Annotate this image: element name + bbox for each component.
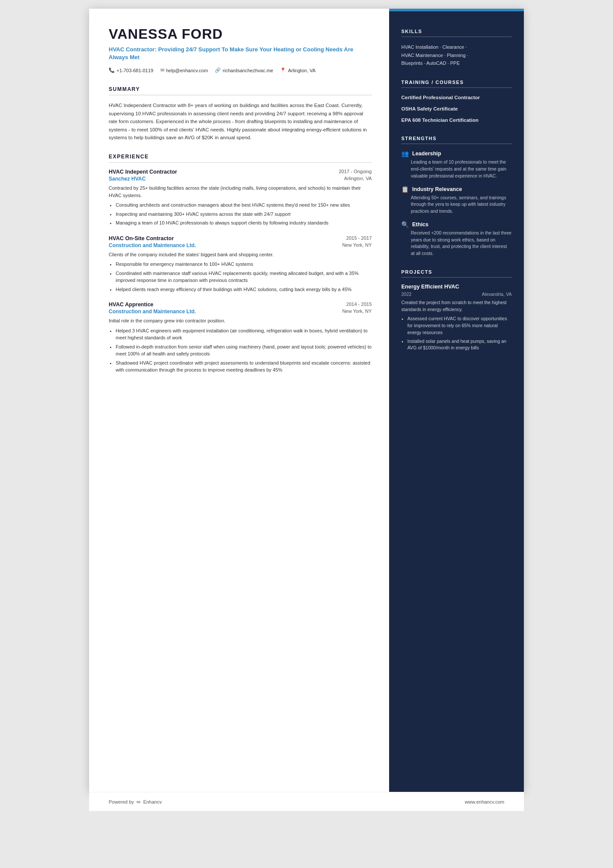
contact-info: 📞 +1-703-681-0119 ✉ help@enhancv.com 🔗 r… — [109, 67, 372, 73]
exp-header-1: HVAC Indepent Contractor 2017 - Ongoing — [109, 169, 372, 175]
strength-header-3: 🔍 Ethics — [401, 221, 512, 228]
skills-text: HVAC Installation · Clearance · HVAC Mai… — [401, 43, 512, 67]
strength-ethics: 🔍 Ethics Received +200 recommendations i… — [401, 221, 512, 257]
industry-icon: 📋 — [401, 186, 409, 193]
strength-header-2: 📋 Industry Relevance — [401, 186, 512, 193]
phone-contact: 📞 +1-703-681-0119 — [109, 67, 153, 73]
strengths-section: STRENGTHS 👥 Leadership Leading a team of… — [401, 136, 512, 257]
project-year-1: 2022 — [401, 292, 411, 297]
exp-header-2: HVAC On-Site Contractor 2015 - 2017 — [109, 235, 372, 241]
location-icon: 📍 — [280, 67, 286, 73]
enhancv-logo-icon: ∞ — [137, 798, 140, 805]
location-text: Arlington, VA — [288, 68, 315, 73]
exp-subheader-1: Sanchez HVAC Arlington, VA — [109, 176, 372, 182]
strength-desc-2: Attending 50+ courses, seminars, and tra… — [401, 194, 512, 215]
right-column: SKILLS HVAC Installation · Clearance · H… — [389, 9, 524, 792]
footer-website: www.enhancv.com — [465, 799, 504, 804]
training-item-3: EPA 608 Technician Certification — [401, 117, 512, 124]
candidate-tagline: HVAC Contractor: Providing 24/7 Support … — [109, 46, 372, 61]
strength-title-3: Ethics — [412, 221, 429, 228]
exp-header-3: HVAC Apprentice 2014 - 2015 — [109, 302, 372, 308]
website-url: richardsanchezhvac.me — [223, 68, 273, 73]
brand-name: Enhancv — [143, 799, 162, 804]
exp-location-2: New York, NY — [342, 242, 372, 248]
top-accent-bar — [389, 9, 524, 11]
projects-title: PROJECTS — [401, 269, 512, 278]
skills-title: SKILLS — [401, 29, 512, 37]
strength-leadership: 👥 Leadership Leading a team of 10 profes… — [401, 150, 512, 179]
summary-section: SUMMARY HVAC Independent Contractor with… — [109, 86, 372, 141]
bullet-item: Shadowed HVAC project coordinator with p… — [116, 359, 372, 374]
strength-desc-3: Received +200 recommendations in the las… — [401, 230, 512, 257]
exp-location-3: New York, NY — [342, 308, 372, 315]
strength-industry: 📋 Industry Relevance Attending 50+ cours… — [401, 186, 512, 215]
experience-title: EXPERIENCE — [109, 154, 372, 163]
exp-company-2: Construction and Maintenance Ltd. — [109, 242, 196, 248]
exp-desc-1: Contracted by 25+ building facilities ac… — [109, 184, 372, 199]
email-address: help@enhancv.com — [166, 68, 208, 73]
ethics-icon: 🔍 — [401, 221, 409, 228]
location-contact: 📍 Arlington, VA — [280, 67, 315, 73]
experience-entry-3: HVAC Apprentice 2014 - 2015 Construction… — [109, 302, 372, 374]
exp-desc-2: Clients of the company included the stat… — [109, 251, 372, 258]
bullet-item: Helped 3 HVAC engineers with equipment i… — [116, 327, 372, 342]
training-section: TRAINING / COURSES Certified Professiona… — [401, 80, 512, 124]
summary-title: SUMMARY — [109, 86, 372, 95]
exp-title-2: HVAC On-Site Contractor — [109, 235, 174, 241]
bullet-item: Inspecting and maintaining 300+ HVAC sys… — [116, 211, 372, 218]
experience-entry-1: HVAC Indepent Contractor 2017 - Ongoing … — [109, 169, 372, 227]
skills-section: SKILLS HVAC Installation · Clearance · H… — [401, 29, 512, 67]
skills-line-2: HVAC Maintenance · Planning · — [401, 53, 468, 58]
left-column: VANESSA FORD HVAC Contractor: Providing … — [89, 9, 389, 792]
bullet-item: Helped clients reach energy efficiency o… — [116, 286, 372, 293]
training-item-2: OSHA Safety Certificate — [401, 105, 512, 112]
training-title: TRAINING / COURSES — [401, 80, 512, 88]
powered-by-label: Powered by — [109, 799, 134, 804]
exp-title-3: HVAC Apprentice — [109, 302, 153, 308]
strength-title-1: Leadership — [412, 151, 441, 157]
skills-line-3: Blueprints · AutoCAD · PPE — [401, 60, 460, 66]
project-desc-1: Created the project from scratch to meet… — [401, 299, 512, 313]
leadership-icon: 👥 — [401, 150, 409, 157]
bullet-item: Managing a team of 10 HVAC professionals… — [116, 219, 372, 227]
bullet-item: Followed in-depth instruction from senio… — [116, 343, 372, 358]
project-bullets-1: Assessed current HVAC to discover opport… — [401, 315, 512, 352]
skills-line-1: HVAC Installation · Clearance · — [401, 44, 467, 50]
exp-location-1: Arlington, VA — [344, 176, 372, 182]
project-meta-1: 2022 Alexandria, VA — [401, 292, 512, 297]
strength-header-1: 👥 Leadership — [401, 150, 512, 157]
email-contact: ✉ help@enhancv.com — [160, 67, 208, 73]
project-title-1: Energy Efficient HVAC — [401, 284, 512, 290]
website-contact: 🔗 richardsanchezhvac.me — [215, 67, 273, 73]
strength-title-2: Industry Relevance — [412, 186, 462, 192]
phone-number: +1-703-681-0119 — [117, 68, 153, 73]
exp-desc-3: Initial role in the company grew into co… — [109, 317, 372, 325]
bullet-item: Responsible for emergency maintenance fo… — [116, 261, 372, 268]
exp-dates-2: 2015 - 2017 — [346, 235, 372, 241]
training-item-1: Certified Professional Contractor — [401, 94, 512, 101]
email-icon: ✉ — [160, 67, 164, 73]
projects-section: PROJECTS Energy Efficient HVAC 2022 Alex… — [401, 269, 512, 352]
exp-dates-1: 2017 - Ongoing — [339, 169, 372, 174]
summary-text: HVAC Independent Contractor with 8+ year… — [109, 101, 372, 141]
footer: Powered by ∞ Enhancv www.enhancv.com — [89, 792, 524, 811]
strength-desc-1: Leading a team of 10 professionals to me… — [401, 159, 512, 179]
strengths-title: STRENGTHS — [401, 136, 512, 144]
project-bullet: Assessed current HVAC to discover opport… — [407, 315, 512, 336]
phone-icon: 📞 — [109, 67, 115, 73]
project-bullet: Installed solar panels and heat pumps, s… — [407, 338, 512, 352]
exp-dates-3: 2014 - 2015 — [346, 302, 372, 307]
exp-bullets-1: Consulting architects and construction m… — [109, 201, 372, 227]
exp-bullets-3: Helped 3 HVAC engineers with equipment i… — [109, 327, 372, 374]
candidate-name: VANESSA FORD — [109, 26, 372, 42]
exp-bullets-2: Responsible for emergency maintenance fo… — [109, 261, 372, 293]
footer-brand: Powered by ∞ Enhancv — [109, 798, 162, 805]
exp-subheader-3: Construction and Maintenance Ltd. New Yo… — [109, 308, 372, 315]
experience-entry-2: HVAC On-Site Contractor 2015 - 2017 Cons… — [109, 235, 372, 293]
bullet-item: Consulting architects and construction m… — [116, 201, 372, 209]
exp-company-3: Construction and Maintenance Ltd. — [109, 308, 196, 315]
exp-subheader-2: Construction and Maintenance Ltd. New Yo… — [109, 242, 372, 248]
exp-company-1: Sanchez HVAC — [109, 176, 146, 182]
exp-title-1: HVAC Indepent Contractor — [109, 169, 177, 175]
bullet-item: Coordinated with maintenance staff vario… — [116, 270, 372, 284]
